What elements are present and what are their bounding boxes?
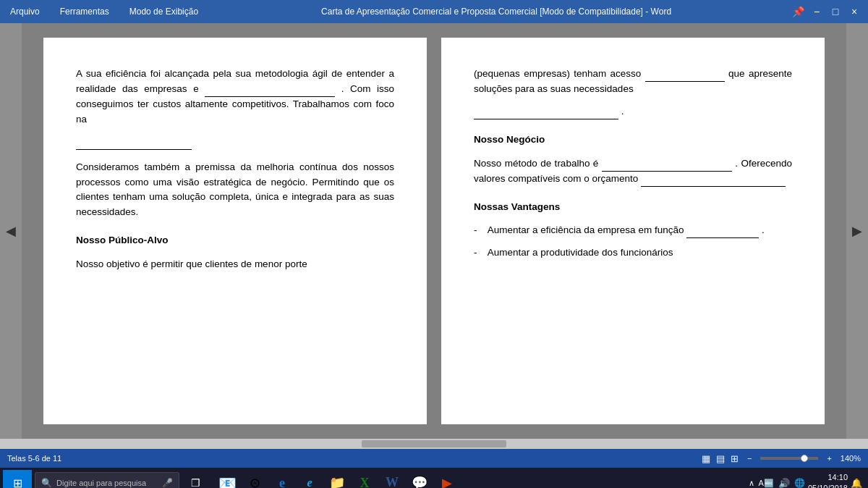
- minimize-button[interactable]: −: [809, 4, 825, 20]
- page-left-para3: Nosso objetivo é permitir que clientes d…: [76, 257, 394, 272]
- blank-line-5: [602, 161, 732, 172]
- pin-button[interactable]: 📌: [790, 4, 806, 20]
- tray-volume-icon[interactable]: 🔊: [778, 478, 790, 489]
- notification-icon[interactable]: 🔔: [851, 478, 862, 489]
- page-left-para1: A sua eficiência foi alcançada pela sua …: [76, 67, 394, 127]
- view-icon-2[interactable]: ▤: [716, 453, 725, 464]
- zoom-level: 140%: [841, 454, 861, 463]
- page-count: Telas 5-6 de 11: [7, 454, 61, 463]
- menu-ferramentas[interactable]: Ferramentas: [56, 5, 114, 18]
- chrome-icon: ⊙: [250, 475, 260, 488]
- menu-modo-exibicao[interactable]: Modo de Exibição: [125, 5, 203, 18]
- word-icon: W: [386, 475, 399, 489]
- horizontal-scrollbar[interactable]: [0, 439, 868, 449]
- tray-lang-icon[interactable]: A🔤: [759, 479, 774, 488]
- taskbar-app-ie[interactable]: e: [297, 470, 323, 488]
- page-left-underline: [76, 135, 394, 150]
- teams-icon: 💬: [412, 475, 427, 488]
- title-bar: Arquivo Ferramentas Modo de Exibição Car…: [0, 0, 868, 23]
- taskbar-app-excel[interactable]: X: [352, 470, 378, 488]
- page-left-para2: Consideramos também a premissa da melhor…: [76, 160, 394, 221]
- pages-container: A sua eficiência foi alcançada pela sua …: [22, 23, 846, 439]
- menu-arquivo[interactable]: Arquivo: [6, 5, 44, 18]
- powerpoint-icon: ▶: [442, 475, 452, 488]
- clock-time: 14:10: [808, 472, 848, 483]
- zoom-out-button[interactable]: −: [744, 454, 754, 463]
- window-controls: 📌 − □ ×: [790, 4, 862, 20]
- section-nossas-vantagens: Nossas Vantagens: [474, 200, 792, 215]
- section-publico-alvo: Nosso Público-Alvo: [76, 233, 394, 248]
- search-icon: 🔍: [41, 478, 52, 488]
- blank-line-6: [641, 177, 786, 187]
- clock-date: 05/10/2018: [808, 483, 848, 488]
- tray-up-icon[interactable]: ∧: [749, 479, 754, 488]
- ie-icon: e: [307, 476, 312, 488]
- prev-page-button[interactable]: ◀: [0, 23, 22, 439]
- close-button[interactable]: ×: [846, 4, 862, 20]
- taskbar-app-outlook[interactable]: 📧: [214, 470, 240, 488]
- menu-bar: Arquivo Ferramentas Modo de Exibição: [6, 5, 203, 18]
- task-view-button[interactable]: ❐: [182, 470, 208, 488]
- explorer-icon: 📁: [329, 475, 345, 488]
- taskbar-right: ∧ A🔤 🔊 🌐 14:10 05/10/2018 🔔: [749, 472, 865, 488]
- status-bar: Telas 5-6 de 11 ▦ ▤ ⊞ − + 140%: [0, 449, 868, 468]
- taskbar-app-word[interactable]: W: [379, 470, 405, 488]
- taskbar-app-powerpoint[interactable]: ▶: [434, 470, 460, 488]
- taskbar-app-edge[interactable]: e: [269, 470, 295, 488]
- zoom-slider[interactable]: [760, 457, 818, 460]
- blank-line-7: [686, 228, 759, 238]
- page-right-item2: - Aumentar a produtividade dos funcionár…: [474, 245, 792, 261]
- maximize-button[interactable]: □: [827, 4, 843, 20]
- view-icon-1[interactable]: ▦: [702, 453, 710, 464]
- system-clock[interactable]: 14:10 05/10/2018: [808, 472, 848, 488]
- taskbar-apps: 📧 ⊙ e e 📁 X W 💬 ▶: [214, 470, 746, 488]
- section-nosso-negocio: Nosso Negócio: [474, 132, 792, 148]
- outlook-icon: 📧: [218, 474, 237, 488]
- mic-icon[interactable]: 🎤: [162, 478, 173, 488]
- edge-icon: e: [279, 476, 285, 489]
- main-area: ◀ A sua eficiência foi alcançada pela su…: [0, 23, 868, 439]
- taskbar-app-explorer[interactable]: 📁: [324, 470, 350, 488]
- left-arrow-icon: ◀: [6, 223, 16, 239]
- page-right: (pequenas empresas) tenham acesso que ap…: [441, 38, 825, 424]
- taskbar-app-chrome[interactable]: ⊙: [242, 470, 268, 488]
- blank-line-3: [645, 72, 725, 82]
- page-left: A sua eficiência foi alcançada pela sua …: [43, 38, 427, 424]
- page-right-para1: (pequenas empresas) tenham acesso que ap…: [474, 67, 792, 97]
- blank-line-1: [205, 87, 335, 97]
- window-title: Carta de Apresentação Comercial e Propos…: [203, 7, 790, 17]
- tray-network-icon[interactable]: 🌐: [794, 478, 805, 488]
- scrollbar-thumb[interactable]: [362, 440, 506, 447]
- blank-line-2: [76, 140, 192, 150]
- task-view-icon: ❐: [191, 477, 200, 488]
- excel-icon: X: [360, 476, 370, 489]
- search-text: Digite aqui para pesquisa: [56, 479, 146, 487]
- blank-line-4: [474, 109, 618, 119]
- zoom-in-button[interactable]: +: [824, 454, 834, 463]
- next-page-button[interactable]: ▶: [846, 23, 868, 439]
- search-box[interactable]: 🔍 Digite aqui para pesquisa 🎤: [35, 472, 179, 488]
- start-icon: ⊞: [13, 476, 22, 489]
- system-tray-icons: ∧ A🔤 🔊 🌐: [749, 478, 805, 489]
- status-right: ▦ ▤ ⊞ − + 140%: [702, 453, 861, 464]
- start-button[interactable]: ⊞: [3, 470, 32, 488]
- taskbar-app-teams[interactable]: 💬: [407, 470, 433, 488]
- page-right-underline: .: [474, 104, 792, 119]
- taskbar: ⊞ 🔍 Digite aqui para pesquisa 🎤 ❐ 📧 ⊙ e …: [0, 468, 868, 488]
- page-right-item1: - Aumentar a eficiência da empresa em fu…: [474, 223, 792, 238]
- page-right-para2: Nosso método de trabalho é . Oferecendo …: [474, 156, 792, 187]
- view-icon-3[interactable]: ⊞: [731, 453, 739, 464]
- right-arrow-icon: ▶: [852, 223, 862, 239]
